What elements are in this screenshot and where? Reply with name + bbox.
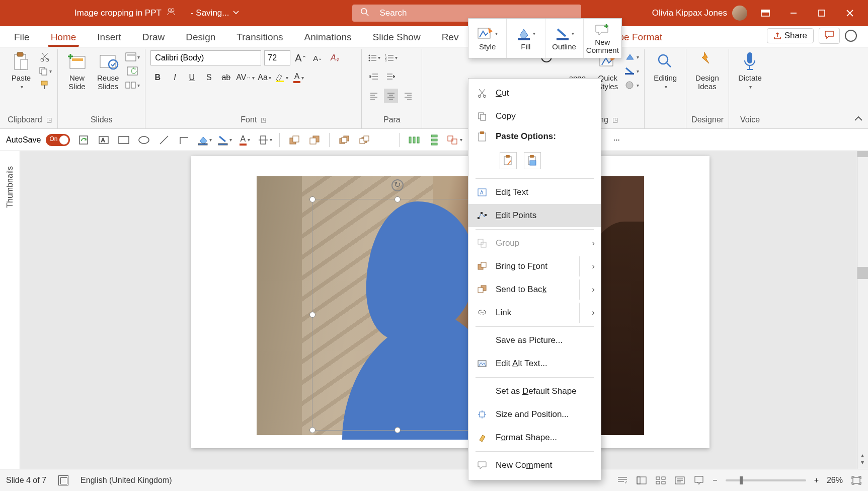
ribbon-display-options[interactable] [751, 0, 779, 26]
resize-handle[interactable] [309, 427, 315, 433]
slide-canvas[interactable]: ▴ ▾ [20, 151, 868, 469]
tab-slideshow[interactable]: Slide Show [364, 32, 430, 47]
ctx-default-shape[interactable]: Set as Default Shape [468, 380, 601, 403]
qat-bring-to-front-icon[interactable] [338, 133, 351, 147]
ctx-edit-points[interactable]: Edit Points [468, 204, 601, 227]
mini-fill-button[interactable]: ▾ Fill [507, 19, 545, 58]
qat-outline-icon[interactable]: ▾ [218, 133, 231, 147]
slideshow-icon[interactable] [693, 475, 704, 486]
share-button[interactable]: Share [767, 28, 814, 43]
align-center-button[interactable] [384, 89, 398, 103]
resize-handle[interactable] [309, 312, 315, 318]
zoom-level[interactable]: 26% [827, 476, 843, 485]
decrease-indent-button[interactable] [367, 69, 381, 84]
shadow-button[interactable]: S [202, 71, 216, 85]
view-reading-icon[interactable] [674, 475, 685, 486]
qat-send-to-back-icon[interactable] [358, 133, 371, 147]
next-slide-button[interactable]: ▾ [858, 459, 867, 466]
highlight-button[interactable]: ▾ [275, 71, 289, 85]
ctx-edit-alt-text[interactable]: Edit Alt Text... [468, 352, 601, 375]
ctx-new-comment[interactable]: New Comment [468, 454, 601, 477]
tab-file[interactable]: File [5, 32, 39, 47]
mini-new-comment-button[interactable]: New Comment [584, 19, 621, 58]
font-launcher-icon[interactable]: ◳ [261, 116, 266, 123]
autosave-switch[interactable]: On [46, 134, 70, 146]
ctx-link[interactable]: Link › [468, 301, 601, 324]
paste-option-theme[interactable] [500, 152, 517, 169]
qat-more-icon[interactable]: ··· [610, 133, 623, 147]
decrease-font-button[interactable]: A⌄ [310, 51, 325, 65]
qat-hidden1[interactable] [378, 133, 391, 147]
ctx-copy[interactable]: Copy [468, 105, 601, 128]
tab-home[interactable]: Home [42, 32, 86, 47]
bold-button[interactable]: B [150, 71, 165, 85]
tab-design[interactable]: Design [177, 32, 224, 47]
align-left-button[interactable] [367, 89, 381, 103]
dictate-button[interactable]: Dictate▾ [734, 50, 766, 91]
resize-handle[interactable] [394, 196, 401, 202]
reset-button[interactable] [125, 64, 140, 78]
shape-outline-button[interactable]: ▾ [624, 64, 639, 78]
tab-draw[interactable]: Draw [133, 32, 174, 47]
ctx-bring-to-front[interactable]: Bring to Front › [468, 255, 601, 278]
resize-handle[interactable] [309, 196, 315, 202]
comments-button[interactable] [819, 28, 840, 44]
accessibility-icon[interactable] [58, 475, 68, 485]
section-button[interactable]: ▾ [125, 79, 140, 92]
bullets-button[interactable]: ▾ [367, 50, 381, 64]
qat-rect-icon[interactable] [117, 133, 130, 147]
strikethrough-button[interactable]: ab [219, 71, 233, 85]
qat-sync-icon[interactable] [77, 133, 90, 147]
font-name-combo[interactable]: Calibri (Body) [150, 50, 261, 65]
qat-dist-h-icon[interactable] [408, 133, 421, 147]
fit-to-window-icon[interactable] [851, 475, 862, 486]
font-color-button[interactable]: A▾ [292, 71, 306, 85]
qat-align-objects-icon[interactable]: ▾ [258, 133, 271, 147]
account-button[interactable]: Olivia Kippax Jones [652, 6, 747, 21]
language-label[interactable]: English (United Kingdom) [81, 476, 172, 485]
close-button[interactable] [836, 0, 864, 26]
slide-indicator[interactable]: Slide 4 of 7 [6, 476, 46, 485]
font-size-combo[interactable]: 72 [264, 50, 290, 65]
view-normal-icon[interactable] [636, 475, 647, 486]
increase-indent-button[interactable] [384, 69, 398, 84]
tab-insert[interactable]: Insert [88, 32, 130, 47]
format-painter-button[interactable] [37, 79, 52, 92]
slide[interactable] [191, 156, 709, 448]
maximize-button[interactable] [808, 0, 836, 26]
copy-button[interactable]: ▾ [37, 64, 52, 78]
char-spacing-button[interactable]: AV↔▾ [236, 71, 254, 85]
tab-transitions[interactable]: Transitions [227, 32, 292, 47]
new-slide-button[interactable]: New Slide [63, 50, 91, 92]
notes-button[interactable] [617, 475, 628, 486]
vertical-scrollbar[interactable]: ▴ ▾ [857, 151, 868, 469]
editing-button[interactable]: Editing▾ [650, 50, 681, 91]
align-right-button[interactable] [401, 89, 415, 103]
paste-button[interactable]: Paste ▾ [7, 50, 35, 91]
qat-dist-v-icon[interactable] [428, 133, 441, 147]
mini-style-button[interactable]: ▾ Style [468, 19, 507, 58]
qat-fontcolor-icon[interactable]: A▾ [238, 133, 251, 147]
ctx-send-to-back[interactable]: Send to Back › [468, 278, 601, 301]
drawing-launcher-icon[interactable]: ◳ [612, 116, 618, 123]
prev-slide-button[interactable]: ▴ [858, 452, 867, 459]
resize-handle[interactable] [394, 427, 401, 433]
save-status-dropdown-icon[interactable] [233, 8, 239, 18]
qat-elbow-icon[interactable] [178, 133, 191, 147]
shape-fill-button[interactable]: ▾ [624, 50, 639, 63]
cut-button[interactable] [37, 50, 52, 63]
qat-line-icon[interactable] [157, 133, 171, 147]
collapse-ribbon-button[interactable] [854, 115, 863, 124]
ctx-cut[interactable]: Cut [468, 82, 601, 105]
ctx-save-as-picture[interactable]: Save as Picture... [468, 329, 601, 352]
ctx-edit-text[interactable]: A Edit Text [468, 181, 601, 204]
reuse-slides-button[interactable]: Reuse Slides [93, 50, 123, 92]
numbering-button[interactable]: 123▾ [384, 50, 398, 64]
ctx-format-shape[interactable]: Format Shape... [468, 426, 601, 449]
minimize-button[interactable] [779, 0, 808, 26]
qat-send-backward-icon[interactable] [308, 133, 321, 147]
qat-bring-forward-icon[interactable] [288, 133, 301, 147]
tab-review[interactable]: Rev [433, 32, 468, 47]
feedback-icon[interactable] [845, 30, 857, 42]
autosave-toggle[interactable]: AutoSave On [6, 134, 70, 146]
